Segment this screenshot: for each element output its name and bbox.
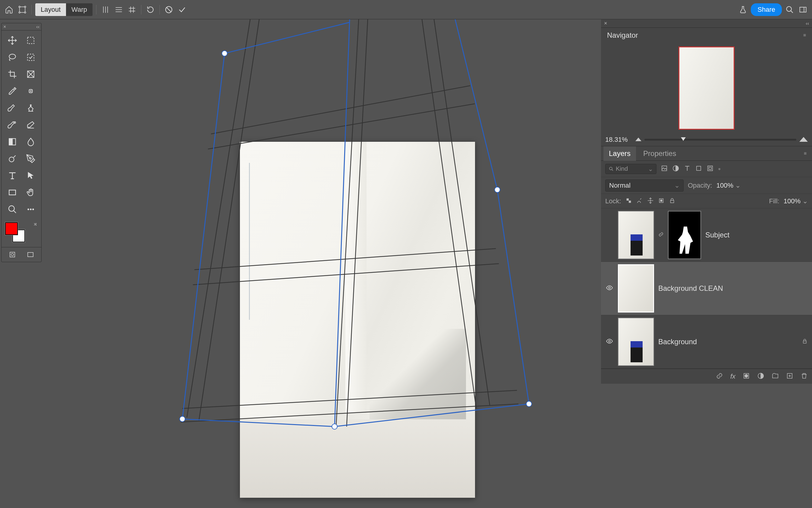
filter-toggle-icon[interactable]: ● xyxy=(718,166,721,172)
cancel-transform-icon[interactable] xyxy=(163,4,174,15)
zoom-tool[interactable] xyxy=(3,201,21,217)
history-brush-tool[interactable] xyxy=(3,117,21,133)
artboard-tool[interactable] xyxy=(22,32,40,49)
path-select-tool[interactable] xyxy=(22,167,40,184)
lock-artboard-icon[interactable] xyxy=(658,197,665,205)
delete-layer-icon[interactable] xyxy=(801,372,808,381)
commit-transform-icon[interactable] xyxy=(177,4,188,15)
panel-menu-icon[interactable]: ≡ xyxy=(803,33,806,38)
eyedropper-tool[interactable] xyxy=(3,83,21,99)
transform-mode-toggle: Layout Warp xyxy=(35,3,93,16)
beaker-icon[interactable] xyxy=(737,4,749,15)
zoom-in-icon[interactable] xyxy=(799,136,808,143)
swap-colors-icon[interactable]: ⤭ xyxy=(34,222,37,226)
type-tool[interactable] xyxy=(3,167,21,184)
layer-row[interactable]: Subject xyxy=(601,208,812,262)
new-layer-icon[interactable] xyxy=(786,372,793,381)
fx-icon[interactable]: fx xyxy=(730,373,735,380)
foreground-swatch[interactable] xyxy=(5,222,18,235)
dodge-tool[interactable] xyxy=(3,151,21,167)
collapse-icon[interactable]: ‹‹ xyxy=(806,21,809,26)
blur-tool[interactable] xyxy=(22,134,40,150)
mask-link-icon[interactable] xyxy=(658,232,664,238)
lock-position-icon[interactable] xyxy=(647,197,654,205)
layer-kind-filter[interactable]: Kind ⌄ xyxy=(605,164,657,174)
healing-brush-tool[interactable] xyxy=(22,83,40,99)
layer-row[interactable]: Background CLEAN xyxy=(601,262,812,315)
rectangle-tool[interactable] xyxy=(3,184,21,201)
home-icon[interactable] xyxy=(4,4,14,15)
zoom-value[interactable]: 18.31% xyxy=(605,136,632,143)
layer-thumbnail[interactable] xyxy=(618,318,654,366)
share-button[interactable]: Share xyxy=(751,3,782,16)
pen-tool[interactable] xyxy=(22,151,40,167)
lock-pixels-icon[interactable] xyxy=(636,197,643,205)
workspace-icon[interactable] xyxy=(798,4,808,15)
collapse-icon[interactable]: ‹‹ xyxy=(36,24,40,30)
crop-tool[interactable] xyxy=(3,66,21,82)
group-icon[interactable] xyxy=(772,372,779,381)
mask-icon[interactable] xyxy=(743,372,750,381)
transform-icon[interactable] xyxy=(17,4,28,15)
panel-menu-icon[interactable]: ≡ xyxy=(801,151,810,156)
screenmode-icon[interactable] xyxy=(22,250,39,259)
gradient-tool[interactable] xyxy=(3,134,21,150)
clone-stamp-tool[interactable] xyxy=(22,100,40,116)
visibility-toggle[interactable] xyxy=(605,338,614,346)
zoom-out-icon[interactable] xyxy=(635,137,641,142)
filter-type-icon[interactable] xyxy=(683,165,691,173)
visibility-toggle[interactable] xyxy=(605,284,614,293)
canvas-area[interactable] xyxy=(0,19,601,508)
layer-name[interactable]: Background CLEAN xyxy=(658,284,808,293)
mode-layout-button[interactable]: Layout xyxy=(35,3,66,16)
link-layers-icon[interactable] xyxy=(716,372,723,381)
filter-adjust-icon[interactable] xyxy=(672,165,679,173)
svg-point-70 xyxy=(494,187,500,193)
lock-icon[interactable] xyxy=(802,338,808,345)
svg-rect-19 xyxy=(800,7,806,12)
filter-smart-icon[interactable] xyxy=(707,165,714,173)
brush-tool[interactable] xyxy=(3,100,21,116)
layer-name[interactable]: Subject xyxy=(705,231,808,239)
grid-rows-icon[interactable] xyxy=(113,4,124,15)
mask-thumbnail[interactable] xyxy=(668,211,701,259)
lock-transparency-icon[interactable] xyxy=(625,197,632,205)
layer-row[interactable]: Background xyxy=(601,315,812,369)
navigator-thumbnail[interactable] xyxy=(678,46,734,130)
search-icon[interactable] xyxy=(784,4,795,15)
svg-rect-83 xyxy=(708,166,713,171)
lasso-tool[interactable] xyxy=(3,49,21,66)
hand-tool[interactable] xyxy=(22,184,40,201)
color-swatches[interactable]: ⤭ xyxy=(3,221,40,245)
frame-tool[interactable] xyxy=(22,66,40,82)
opacity-input[interactable]: 100%⌄ xyxy=(716,182,741,189)
layer-thumbnail[interactable] xyxy=(618,264,654,312)
quickmask-icon[interactable] xyxy=(4,250,21,259)
svg-point-93 xyxy=(609,340,610,342)
zoom-slider[interactable] xyxy=(644,139,796,140)
layer-name[interactable]: Background xyxy=(658,338,798,346)
tab-layers[interactable]: Layers xyxy=(604,146,636,161)
grid-lines-icon[interactable] xyxy=(100,4,111,15)
navigator-panel: Navigator ≡ 18.31% xyxy=(601,28,812,146)
eraser-tool[interactable] xyxy=(22,117,40,133)
quick-select-tool[interactable] xyxy=(22,49,40,66)
mode-warp-button[interactable]: Warp xyxy=(66,3,93,16)
fill-input[interactable]: 100%⌄ xyxy=(784,197,808,205)
close-icon[interactable]: × xyxy=(3,24,6,30)
blend-mode-select[interactable]: Normal⌄ xyxy=(605,179,683,192)
layer-thumbnail[interactable] xyxy=(618,211,654,259)
grid-both-icon[interactable] xyxy=(127,4,137,15)
tab-properties[interactable]: Properties xyxy=(638,146,681,161)
more-tools[interactable] xyxy=(22,201,40,217)
filter-pixel-icon[interactable] xyxy=(661,165,668,173)
filter-shape-icon[interactable] xyxy=(695,165,702,173)
document-canvas[interactable] xyxy=(240,142,475,498)
svg-point-2 xyxy=(25,6,26,7)
reset-icon[interactable] xyxy=(145,4,156,15)
move-tool[interactable] xyxy=(3,32,21,49)
close-icon[interactable]: × xyxy=(604,20,607,27)
lock-all-icon[interactable] xyxy=(669,197,675,205)
adjustment-icon[interactable] xyxy=(757,372,764,381)
svg-point-48 xyxy=(11,253,13,256)
